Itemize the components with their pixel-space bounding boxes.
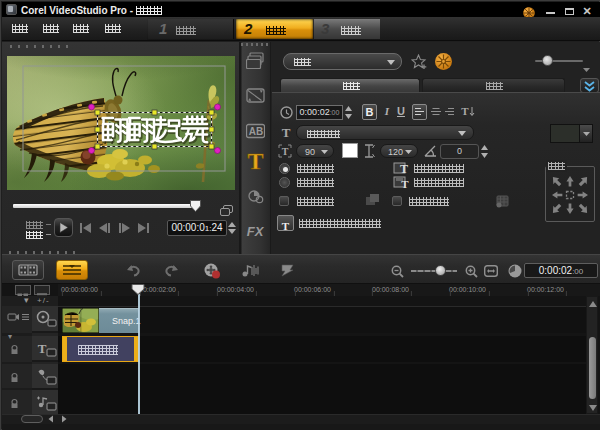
svg-text:T: T	[461, 105, 469, 117]
svg-text:FX: FX	[247, 224, 265, 239]
svg-text:T: T	[282, 126, 291, 139]
svg-text:AB: AB	[249, 126, 263, 137]
svg-text:T: T	[401, 178, 409, 189]
svg-text:T: T	[400, 162, 408, 175]
svg-text:T: T	[247, 148, 263, 173]
svg-text:T: T	[282, 146, 289, 157]
svg-text:T: T	[38, 341, 47, 356]
